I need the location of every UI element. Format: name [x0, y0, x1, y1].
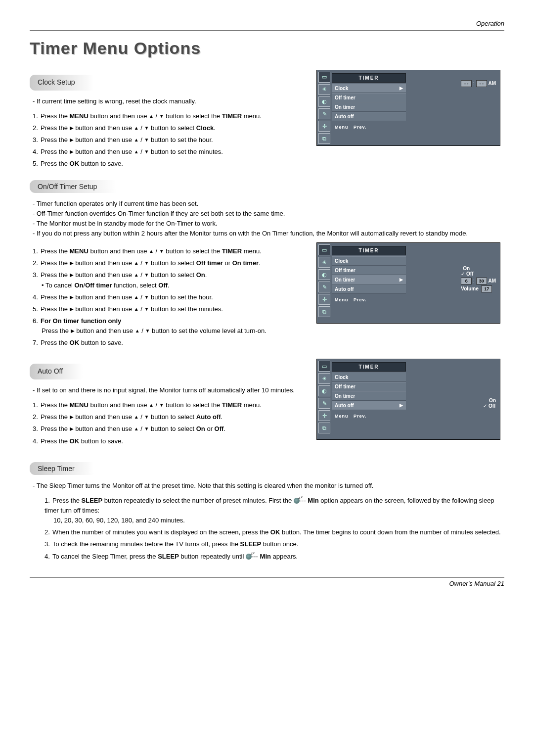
autooff-intro: If set to on and there is no input signa…	[33, 385, 302, 395]
top-rule	[30, 30, 504, 31]
osd-ontimer-values: On Off 6 : 30 AM Volume 17	[461, 266, 496, 292]
osd-tab-icon: ✎	[318, 108, 330, 119]
osd-item-auto-selected: Auto off▶	[332, 401, 406, 410]
osd-clock-values: - - : - - AM	[461, 80, 496, 87]
onoff-note-2: Off-Timer function overrides On-Timer fu…	[33, 209, 504, 219]
autooff-step-1: 1.Press the MENU button and then use ▲ /…	[33, 399, 302, 411]
osd-panel-ontimer: ▭ ☀ ◐ ✎ ✢ ⧉ TIMER Clock Off timer On tim…	[316, 242, 500, 324]
clock-step-5: 5.Press the OK button to save.	[33, 158, 302, 170]
autooff-step-2: 2.Press the ▶ button and then use ▲ / ▼ …	[33, 411, 302, 423]
section-heading-autooff: Auto Off	[30, 364, 83, 379]
osd-tab-icon: ⧉	[318, 133, 330, 144]
sleep-step-3: 3.To check the remaining minutes before …	[44, 538, 504, 550]
clock-step-1: 1.Press the MENU button and then use ▲ /…	[33, 110, 302, 122]
osd-tab-icon: ☀	[318, 84, 330, 95]
right-icon: ▶	[400, 86, 403, 91]
osd-item-on-selected: On timer▶	[332, 275, 406, 284]
up-icon: ▲	[149, 113, 154, 119]
osd-panel-clock: ▭ ☀ ◐ ✎ ✢ ⧉ TIMER Clock▶ Off timer On ti…	[316, 70, 500, 146]
section-heading-clock: Clock Setup	[30, 75, 94, 91]
sleep-intro: The Sleep Timer turns the Monitor off at…	[33, 481, 504, 491]
sleep-step-4: 4.To cancel the Sleep Timer, press the S…	[44, 551, 504, 563]
osd-footer: Menu Prev.	[332, 123, 500, 131]
bottom-rule	[30, 577, 504, 578]
onoff-step-7: 7.Press the OK button to save.	[33, 337, 302, 349]
onoff-note-4: If you do not press any button within 2 …	[33, 229, 504, 238]
osd-autooff-values: On Off	[483, 398, 496, 409]
osd-panel-autooff: ▭ ☀ ◐ ✎ ✢ ⧉ TIMER Clock Off timer On tim…	[316, 359, 500, 440]
sleep-step-1: 1.Press the SLEEP button repeatedly to s…	[44, 495, 504, 526]
sleep-icon	[294, 498, 300, 504]
onoff-step-3: 3.Press the ▶ button and then use ▲ / ▼ …	[33, 269, 302, 291]
section-heading-onoff: On/Off Timer Setup	[30, 180, 117, 193]
osd-item-auto: Auto off	[332, 112, 406, 121]
onoff-note-3: The Monitor must be in standby mode for …	[33, 219, 504, 229]
osd-item-off: Off timer	[332, 93, 406, 102]
header-section: Operation	[30, 20, 504, 27]
osd-tab-icon: ▭	[318, 72, 330, 83]
section-heading-sleep: Sleep Timer	[30, 462, 94, 475]
clock-step-3: 3.Press the ▶ button and then use ▲ / ▼ …	[33, 134, 302, 146]
autooff-step-4: 4.Press the OK button to save.	[33, 435, 302, 447]
osd-tab-icon: ✢	[318, 121, 330, 132]
osd-item-on: On timer	[332, 102, 406, 112]
onoff-step-1: 1.Press the MENU button and then use ▲ /…	[33, 245, 302, 257]
right-icon: ▶	[70, 125, 74, 131]
clock-intro: If current time setting is wrong, reset …	[33, 96, 302, 106]
osd-title: TIMER	[332, 73, 406, 83]
onoff-step-4: 4.Press the ▶ button and then use ▲ / ▼ …	[33, 291, 302, 303]
down-icon: ▼	[159, 113, 164, 119]
page-title: Timer Menu Options	[30, 39, 504, 58]
osd-tab-icon: ◐	[318, 96, 330, 107]
onoff-step-2: 2.Press the ▶ button and then use ▲ / ▼ …	[33, 257, 302, 269]
onoff-note-1: Timer function operates only if current …	[33, 199, 504, 209]
autooff-step-3: 3.Press the ▶ button and then use ▲ / ▼ …	[33, 423, 302, 435]
page-footer: Owner's Manual 21	[30, 580, 504, 587]
osd-item-clock: Clock▶	[332, 84, 406, 93]
onoff-step-5: 5.Press the ▶ button and then use ▲ / ▼ …	[33, 303, 302, 315]
sleep-icon	[246, 554, 252, 560]
sleep-step-2: 2.When the number of minutes you want is…	[44, 526, 504, 538]
clock-step-2: 2.Press the ▶ button and then use ▲ / ▼ …	[33, 122, 302, 134]
clock-step-4: 4.Press the ▶ button and then use ▲ / ▼ …	[33, 146, 302, 158]
onoff-step-6: 6.For On timer function only Press the ▶…	[33, 315, 302, 337]
